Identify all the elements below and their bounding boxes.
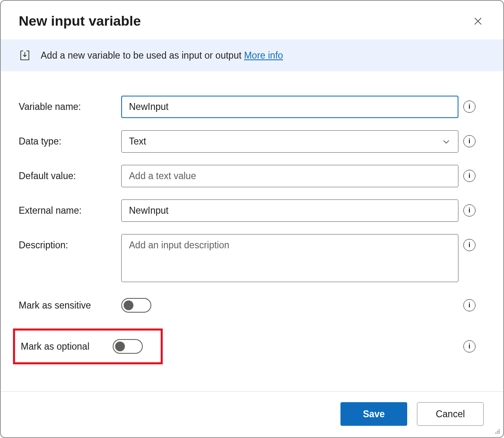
svg-point-2	[499, 433, 500, 434]
mark-optional-toggle[interactable]	[113, 339, 143, 354]
save-button[interactable]: Save	[340, 402, 407, 426]
external-name-input[interactable]	[121, 199, 458, 222]
variable-name-row: Variable name: i	[19, 96, 485, 118]
info-icon[interactable]: i	[463, 204, 476, 217]
data-type-row: Data type: Text i	[19, 130, 485, 153]
toggle-knob	[124, 300, 133, 310]
close-button[interactable]	[471, 14, 485, 28]
info-text-content: Add a new variable to be used as input o…	[41, 50, 244, 61]
mark-sensitive-row: Mark as sensitive i	[19, 294, 485, 316]
external-name-row: External name: i	[19, 199, 485, 222]
description-input[interactable]	[121, 234, 458, 282]
info-text: Add a new variable to be used as input o…	[41, 50, 283, 61]
data-type-value: Text	[129, 136, 146, 147]
svg-point-3	[497, 431, 498, 432]
mark-optional-toggle-wrap	[113, 335, 159, 357]
info-banner: Add a new variable to be used as input o…	[1, 39, 503, 71]
variable-name-label: Variable name:	[19, 96, 116, 112]
default-value-label: Default value:	[19, 165, 116, 182]
svg-point-4	[497, 433, 498, 434]
form-body: Variable name: i Data type: Text i Defau…	[1, 71, 503, 391]
chevron-down-icon	[442, 137, 451, 146]
default-value-input[interactable]	[121, 165, 458, 187]
description-label: Description:	[19, 234, 116, 251]
description-row: Description: i	[19, 234, 485, 282]
svg-point-0	[499, 429, 500, 431]
input-variable-icon	[19, 49, 31, 61]
data-type-label: Data type:	[19, 130, 116, 147]
info-icon[interactable]: i	[463, 170, 476, 182]
dialog-header: New input variable	[1, 1, 503, 39]
external-name-label: External name:	[19, 199, 116, 216]
mark-optional-highlight: Mark as optional	[13, 328, 163, 364]
mark-optional-label: Mark as optional	[15, 341, 108, 352]
toggle-knob	[115, 342, 125, 351]
cancel-button[interactable]: Cancel	[417, 402, 484, 426]
new-input-variable-dialog: New input variable Add a new variable to…	[0, 0, 504, 438]
info-icon[interactable]: i	[463, 299, 476, 311]
resize-grip-icon[interactable]	[493, 427, 501, 435]
mark-sensitive-toggle[interactable]	[121, 298, 151, 313]
variable-name-input[interactable]	[121, 96, 458, 118]
dialog-footer: Save Cancel	[1, 391, 503, 437]
info-icon[interactable]: i	[463, 239, 476, 251]
default-value-row: Default value: i	[19, 165, 485, 187]
data-type-select[interactable]: Text	[121, 130, 458, 153]
mark-sensitive-toggle-wrap	[121, 294, 458, 316]
svg-point-1	[499, 431, 500, 432]
mark-optional-row: Mark as optional i	[19, 328, 485, 364]
info-icon[interactable]: i	[463, 340, 476, 353]
mark-sensitive-label: Mark as sensitive	[19, 300, 116, 311]
dialog-title: New input variable	[19, 13, 141, 29]
close-icon	[473, 16, 483, 26]
more-info-link[interactable]: More info	[244, 50, 283, 61]
info-icon[interactable]: i	[463, 101, 476, 113]
svg-point-5	[495, 433, 497, 434]
info-icon[interactable]: i	[463, 135, 476, 147]
